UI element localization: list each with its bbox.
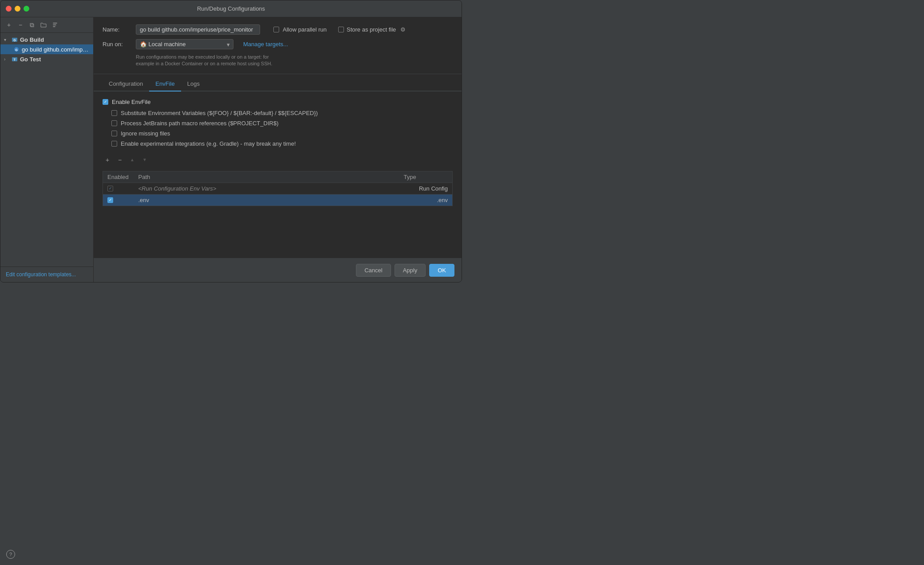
store-project-label: Store as project file bbox=[347, 26, 396, 33]
allow-parallel-label: Allow parallel run bbox=[283, 26, 327, 33]
sidebar-tree: ▾ G Go Build G go build github.c bbox=[0, 33, 93, 267]
tab-envfile[interactable]: EnvFile bbox=[149, 77, 181, 92]
run-on-row: Run on: 🏠 Local machine Manage targets..… bbox=[103, 39, 453, 49]
manage-targets-link[interactable]: Manage targets... bbox=[243, 41, 288, 48]
svg-text:G: G bbox=[13, 39, 16, 42]
apply-button[interactable]: Apply bbox=[395, 264, 426, 277]
config-header: Name: Allow parallel run Store as projec… bbox=[94, 17, 462, 74]
sidebar-item-go-build[interactable]: G go build github.com/imperiuse/price_mo bbox=[0, 44, 93, 54]
row1-enabled[interactable] bbox=[103, 183, 134, 194]
chevron-right-icon: › bbox=[4, 57, 9, 62]
sidebar-toolbar: + − ⧉ bbox=[0, 17, 93, 33]
main-container: + − ⧉ ▾ G bbox=[0, 17, 462, 282]
store-project-row: Store as project file ⚙ bbox=[338, 26, 406, 33]
cancel-button[interactable]: Cancel bbox=[356, 264, 391, 277]
sidebar: + − ⧉ ▾ G bbox=[0, 17, 94, 282]
remove-env-button[interactable]: − bbox=[115, 155, 125, 165]
substitute-vars-label: Substitute Environment Variables (${FOO}… bbox=[121, 110, 318, 116]
folder-config-button[interactable] bbox=[39, 20, 48, 30]
envfile-section: Enable EnvFile Substitute Environment Va… bbox=[103, 99, 453, 206]
minimize-button[interactable] bbox=[15, 6, 20, 12]
maximize-button[interactable] bbox=[24, 6, 29, 12]
ignore-missing-label: Ignore missing files bbox=[121, 130, 170, 137]
move-up-button[interactable]: ▲ bbox=[127, 155, 137, 165]
row2-path: .env bbox=[134, 194, 399, 206]
title-bar: Run/Debug Configurations bbox=[0, 0, 462, 17]
process-jetbrains-label: Process JetBrains path macro references … bbox=[121, 120, 278, 127]
store-project-checkbox[interactable] bbox=[338, 27, 344, 32]
row1-path: <Run Configuration Env Vars> bbox=[134, 183, 399, 194]
go-build-item-label: go build github.com/imperiuse/price_mo bbox=[22, 46, 90, 53]
row1-enabled-checkbox[interactable] bbox=[107, 186, 113, 191]
experimental-checkbox[interactable] bbox=[111, 141, 117, 147]
remove-config-button[interactable]: − bbox=[16, 20, 25, 30]
row1-type: Run Config bbox=[399, 183, 453, 194]
name-row: Name: Allow parallel run Store as projec… bbox=[103, 24, 453, 35]
sidebar-item-go-test-group[interactable]: › T Go Test bbox=[0, 54, 93, 64]
traffic-lights bbox=[6, 6, 29, 12]
header-enabled: Enabled bbox=[103, 171, 134, 183]
sort-config-button[interactable] bbox=[50, 20, 60, 30]
tab-configuration[interactable]: Configuration bbox=[103, 77, 149, 92]
ok-button[interactable]: OK bbox=[429, 264, 454, 277]
run-hint: Run configurations may be executed local… bbox=[136, 54, 453, 68]
env-table-toolbar: + − ▲ ▼ bbox=[103, 153, 453, 167]
go-test-group-label: Go Test bbox=[20, 56, 41, 63]
table-row[interactable]: <Run Configuration Env Vars> Run Config bbox=[103, 183, 453, 194]
go-build-group-icon: G bbox=[11, 36, 18, 43]
add-config-button[interactable]: + bbox=[4, 20, 14, 30]
go-build-group-label: Go Build bbox=[20, 36, 44, 43]
window-title: Run/Debug Configurations bbox=[197, 5, 265, 12]
header-path: Path bbox=[134, 171, 399, 183]
option-row-substitute: Substitute Environment Variables (${FOO}… bbox=[111, 110, 453, 116]
go-test-group-icon: T bbox=[11, 56, 18, 63]
edit-templates-link[interactable]: Edit configuration templates... bbox=[6, 271, 76, 278]
tab-content: Enable EnvFile Substitute Environment Va… bbox=[94, 92, 462, 258]
run-on-select[interactable]: 🏠 Local machine bbox=[136, 39, 233, 49]
sidebar-item-go-build-group[interactable]: ▾ G Go Build bbox=[0, 35, 93, 44]
option-row-ignore-missing: Ignore missing files bbox=[111, 130, 453, 137]
row2-type: .env bbox=[399, 194, 453, 206]
sidebar-footer: Edit configuration templates... bbox=[0, 267, 93, 282]
bottom-bar: Cancel Apply OK bbox=[94, 258, 462, 282]
name-input[interactable] bbox=[136, 24, 260, 35]
header-type: Type bbox=[399, 171, 453, 183]
add-env-button[interactable]: + bbox=[103, 155, 112, 165]
move-down-button[interactable]: ▼ bbox=[140, 155, 150, 165]
option-row-experimental: Enable experimental integrations (e.g. G… bbox=[111, 140, 453, 147]
ignore-missing-checkbox[interactable] bbox=[111, 131, 117, 136]
close-button[interactable] bbox=[6, 6, 12, 12]
enable-envfile-checkbox[interactable] bbox=[103, 99, 108, 105]
env-table: Enabled Path Type <Run Configuration Env… bbox=[103, 171, 453, 206]
option-row-jetbrains: Process JetBrains path macro references … bbox=[111, 120, 453, 127]
tabs-bar: Configuration EnvFile Logs bbox=[94, 77, 462, 92]
row2-enabled[interactable] bbox=[103, 194, 134, 206]
gear-icon[interactable]: ⚙ bbox=[400, 26, 406, 33]
tab-logs[interactable]: Logs bbox=[181, 77, 206, 92]
name-label: Name: bbox=[103, 26, 131, 33]
copy-config-button[interactable]: ⧉ bbox=[27, 20, 37, 30]
row2-enabled-checkbox[interactable] bbox=[107, 197, 113, 203]
table-row[interactable]: .env .env bbox=[103, 194, 453, 206]
enable-envfile-row: Enable EnvFile bbox=[103, 99, 453, 105]
enable-envfile-label: Enable EnvFile bbox=[112, 99, 150, 105]
substitute-vars-checkbox[interactable] bbox=[111, 110, 117, 116]
experimental-label: Enable experimental integrations (e.g. G… bbox=[121, 140, 296, 147]
content-panel: Name: Allow parallel run Store as projec… bbox=[94, 17, 462, 282]
parallel-run-row: Allow parallel run bbox=[273, 26, 327, 33]
allow-parallel-checkbox[interactable] bbox=[273, 27, 279, 32]
svg-text:T: T bbox=[14, 58, 16, 61]
run-on-select-wrapper: 🏠 Local machine bbox=[136, 39, 233, 49]
envfile-options-group: Substitute Environment Variables (${FOO}… bbox=[103, 110, 453, 147]
process-jetbrains-checkbox[interactable] bbox=[111, 120, 117, 126]
chevron-down-icon: ▾ bbox=[4, 37, 9, 42]
run-on-label: Run on: bbox=[103, 41, 131, 48]
svg-text:G: G bbox=[15, 48, 18, 52]
go-build-item-icon: G bbox=[13, 46, 20, 53]
